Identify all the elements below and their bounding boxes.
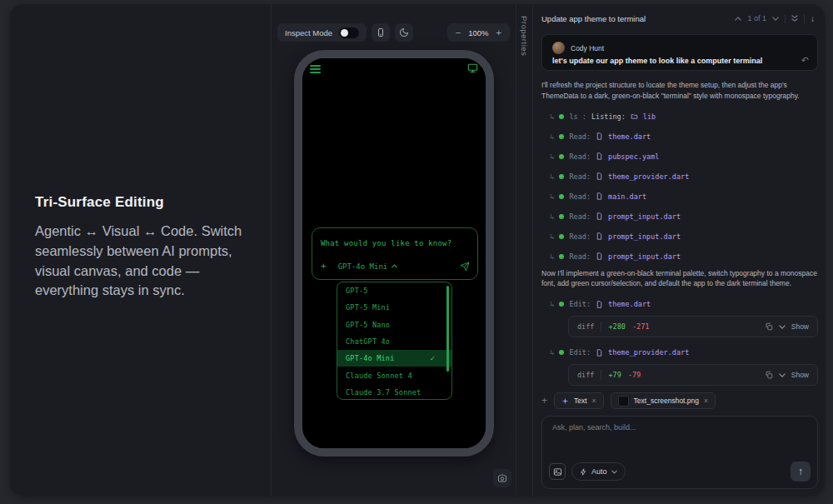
model-selector[interactable]: GPT-4o Mini [338,262,398,271]
tool-file: theme_provider.dart [608,348,689,357]
monitor-icon[interactable] [467,62,478,73]
composer-input[interactable] [552,423,807,457]
status-dot [559,154,564,159]
zoom-control: − 100% + [447,23,510,42]
copy-icon[interactable] [765,371,773,379]
tool-call-list: ↳ ls : Listing: lib ↳ Read: theme.dart [541,107,818,267]
tool-call-row[interactable]: ↳ Read: prompt_input.dart [550,207,818,227]
inspect-mode-control[interactable]: Inspect Mode [277,23,367,42]
branch-arrow-icon: ↳ [550,212,554,221]
add-attachment-button[interactable]: + [541,395,547,407]
attach-image-button[interactable] [549,463,566,480]
branch-arrow-icon: ↳ [550,348,554,357]
model-option-selected[interactable]: GPT-4o Mini ✓ [337,350,451,367]
tool-call-row[interactable]: ↳ Read: prompt_input.dart [550,227,818,247]
user-message-text: let's update our app theme to look like … [552,57,762,65]
file-icon [596,132,603,140]
model-dropdown: GPT-5 GPT-5 Mini GPT-5 Nano ChatGPT 4o G… [337,282,452,400]
status-dot [559,214,564,219]
edit-row[interactable]: ↳ Edit: theme.dart [550,294,818,314]
divider [804,14,805,23]
chevron-down-icon[interactable] [779,325,786,329]
tool-file: main.dart [608,192,646,201]
zoom-in-button[interactable]: + [496,27,501,37]
assistant-intro-text: I'll refresh the project structure to lo… [541,80,818,102]
component-icon [561,397,569,405]
tool-call-row[interactable]: ↳ Read: pubspec.yaml [550,147,818,167]
moon-icon [399,27,409,37]
tool-action: Read: [569,252,591,261]
zoom-out-button[interactable]: − [456,27,461,37]
chevron-down-icon[interactable] [779,373,786,377]
model-option[interactable]: GPT-5 [337,282,451,299]
model-option[interactable]: ChatGPT 4o [337,333,451,350]
chevron-down-icon [611,470,617,474]
model-option[interactable]: Claude Sonnet 4 [337,367,451,383]
camera-icon [497,473,507,483]
user-name: Cody Hunt [571,44,604,52]
close-icon[interactable]: × [704,397,708,405]
branch-arrow-icon: ↳ [550,132,554,141]
feature-panel: Tri-Surface Editing Agentic ↔ Visual ↔ C… [10,4,271,496]
tool-call-row[interactable]: ↳ Read: theme_provider.dart [550,167,818,187]
undo-icon[interactable]: ↶ [801,55,809,66]
branch-arrow-icon: ↳ [550,192,554,201]
edit-row[interactable]: ↳ Edit: theme_provider.dart [550,342,818,362]
hamburger-menu-icon[interactable] [310,65,321,73]
send-button[interactable]: ↑ [791,462,811,482]
tool-action: Edit: [569,348,591,357]
tool-call-row[interactable]: ↳ Read: prompt_input.dart [550,247,818,267]
thumbnail [618,396,629,407]
prev-chat-button[interactable] [735,17,741,21]
tool-call-row[interactable]: ↳ Read: theme.dart [550,127,818,147]
copy-icon[interactable] [765,322,773,331]
close-icon[interactable]: × [592,397,596,405]
chip-label: Text [574,397,587,405]
feature-text: Tri-Surface Editing Agentic ↔ Visual ↔ C… [35,194,245,301]
add-attachment-button[interactable]: + [321,261,327,272]
tool-action: Read: [569,172,591,181]
file-icon [596,212,603,220]
next-chat-button[interactable] [772,17,779,21]
prompt-actions-row: + GPT-4o Mini [321,261,470,272]
chat-scroll-area[interactable]: Cody Hunt let's update our app theme to … [533,34,825,386]
model-option[interactable]: GPT-5 Nano [337,317,451,333]
show-diff-button[interactable]: Show [791,371,809,379]
inspect-mode-toggle[interactable] [339,27,359,38]
divider [785,14,786,23]
device-preview-button[interactable] [372,23,390,42]
collapse-all-button[interactable] [791,15,798,22]
diff-removed: -271 [632,322,649,331]
dropdown-scrollbar[interactable] [446,286,449,372]
tool-file: theme_provider.dart [608,172,689,181]
model-option[interactable]: GPT-5 Mini [337,299,451,316]
tool-call-row[interactable]: ↳ Read: main.dart [550,187,818,207]
dark-mode-button[interactable] [395,23,413,42]
send-plane-icon[interactable] [460,262,470,272]
tab-properties[interactable]: Properties [520,16,529,56]
chat-header: Update app theme to terminal 1 of 1 ↓ [533,4,825,32]
tool-action: Read: [569,232,591,241]
attachment-row: + Text × Text_screenshot.png × [541,392,818,409]
status-dot [559,350,564,355]
screenshot-button[interactable] [493,469,511,487]
prompt-input-card[interactable]: What would you like to know? + GPT-4o Mi… [312,227,478,280]
feature-description: Agentic ↔ Visual ↔ Code. Switch seamless… [35,222,245,301]
show-diff-button[interactable]: Show [791,322,809,331]
branch-arrow-icon: ↳ [550,172,554,181]
phone-mockup: What would you like to know? + GPT-4o Mi… [294,50,494,457]
screenshot-root: Tri-Surface Editing Agentic ↔ Visual ↔ C… [0,0,833,504]
mode-selector[interactable]: Auto [571,462,626,481]
attachment-chip-text[interactable]: Text × [554,392,604,409]
app-window: Tri-Surface Editing Agentic ↔ Visual ↔ C… [10,4,825,496]
file-icon [596,252,603,260]
status-dot [559,302,564,307]
tool-action: Read: [569,192,591,201]
scroll-to-bottom-button[interactable]: ↓ [811,14,815,23]
model-option[interactable]: Claude 3.7 Sonnet [337,384,451,400]
attachment-chip-image[interactable]: Text_screenshot.png × [611,392,716,409]
properties-tab-strip: Properties [516,4,533,496]
check-icon: ✓ [430,354,435,362]
divider [601,322,601,332]
tool-call-row[interactable]: ↳ ls : Listing: lib [550,107,818,127]
